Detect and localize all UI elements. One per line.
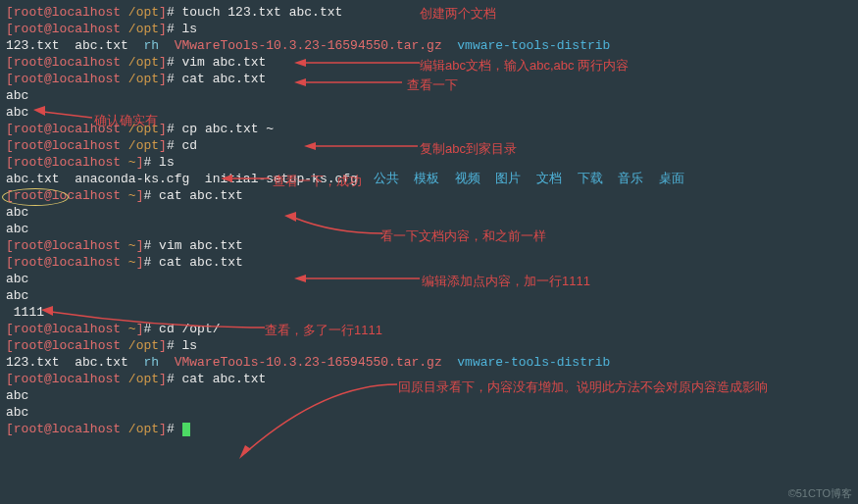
annot-view3: 查看，多了一行1111 xyxy=(265,322,382,338)
cmd-line-ls-opt2: [root@localhost /opt]# ls xyxy=(6,337,852,354)
annot-view2: 查看一下，成功 xyxy=(273,173,362,189)
annot-add1111: 编辑添加点内容，加一行1111 xyxy=(422,273,590,289)
output-abc: abc xyxy=(6,204,852,221)
cmd-line-cat-home: [root@localhost ~]# cat abc.txt xyxy=(6,187,852,204)
cmd-line-ls: [root@localhost /opt]# ls xyxy=(6,21,852,37)
ls-output-opt2: 123.txt abc.txt rh VMwareTools-10.3.23-1… xyxy=(6,354,852,371)
cursor-icon xyxy=(182,423,190,436)
ls-output-home: abc.txt anaconda-ks.cfg initial-setup-ks… xyxy=(6,171,852,187)
annot-confirm: 确认确实有 xyxy=(94,112,158,128)
ls-output-opt: 123.txt abc.txt rh VMwareTools-10.3.23-1… xyxy=(6,37,852,54)
cmd-line-cat-home2: [root@localhost ~]# cat abc.txt xyxy=(6,254,852,271)
watermark: ©51CTO博客 xyxy=(788,485,852,502)
svg-marker-14 xyxy=(239,445,251,459)
annot-back: 回原目录看下，内容没有增加。说明此方法不会对原内容造成影响 xyxy=(398,378,768,395)
annot-create: 创建两个文档 xyxy=(420,5,496,22)
output-1111: 1111 xyxy=(6,304,852,321)
output-abc: abc xyxy=(6,404,852,421)
annot-same: 看一下文档内容，和之前一样 xyxy=(380,227,546,244)
output-abc: abc xyxy=(6,287,852,304)
prompt-cursor[interactable]: [root@localhost /opt]# xyxy=(6,421,852,437)
cmd-line-cd-opt: [root@localhost ~]# cd /opt/ xyxy=(6,321,852,337)
annot-edit: 编辑abc文档，输入abc,abc 两行内容 xyxy=(420,57,629,74)
annot-copy: 复制abc到家目录 xyxy=(420,140,517,157)
annot-view1: 查看一下 xyxy=(407,76,458,93)
